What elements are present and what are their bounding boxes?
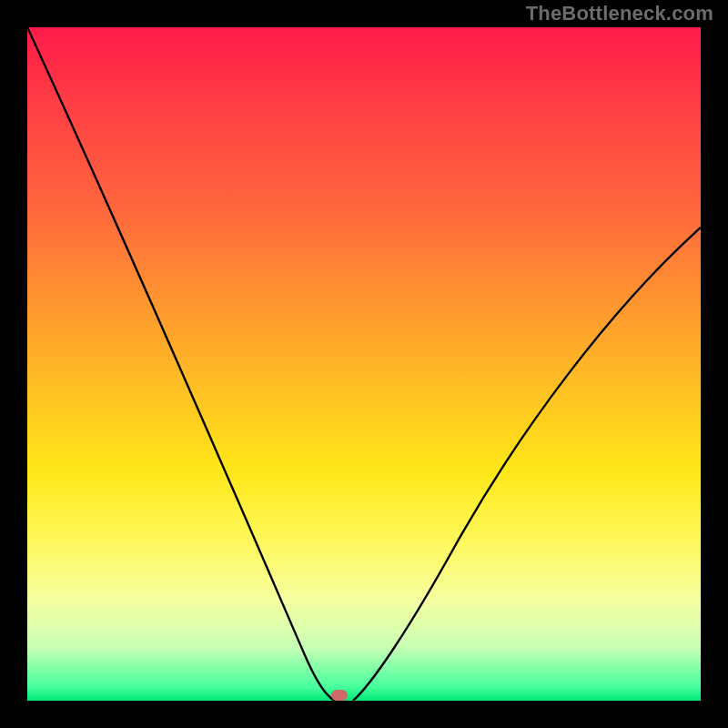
- chart-frame: TheBottleneck.com: [0, 0, 728, 728]
- curve-left-branch: [27, 27, 335, 701]
- optimal-point-marker: [331, 690, 348, 701]
- watermark-text: TheBottleneck.com: [526, 2, 713, 25]
- curve-right-branch: [353, 228, 701, 701]
- plot-area: [27, 27, 701, 701]
- bottleneck-curve: [27, 27, 701, 701]
